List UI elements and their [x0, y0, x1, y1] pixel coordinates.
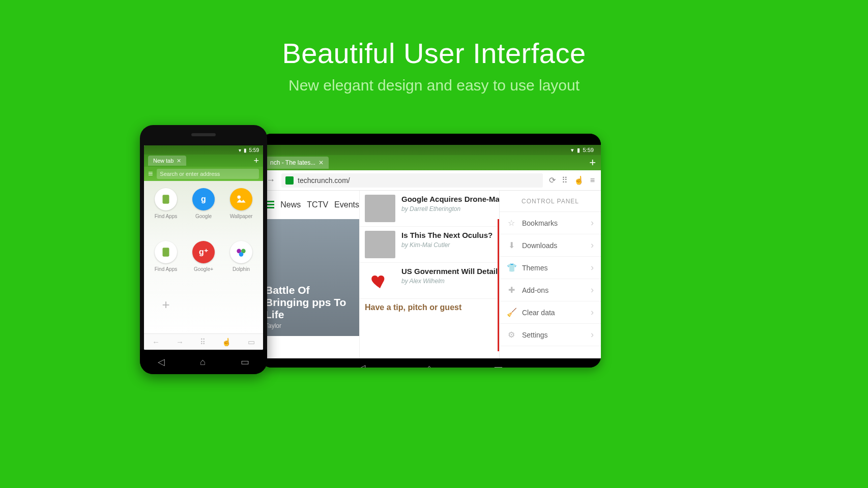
broom-icon: 🧹 [507, 308, 516, 317]
article-thumb [365, 195, 395, 222]
panel-item-label: Bookmarks [522, 219, 558, 227]
article-title: Is This The Next Oculus? [401, 231, 493, 240]
panel-item-downloads[interactable]: ⬇ Downloads › [500, 234, 601, 257]
android-navbar: ◁ ⌂ ▭ [140, 350, 267, 374]
nav-events[interactable]: Events [334, 200, 359, 209]
panel-item-label: Add-ons [522, 286, 548, 294]
tab-label: nch - The lates... [270, 159, 315, 166]
dial-find-apps-2[interactable]: Find Apps [155, 241, 177, 283]
dial-dolphin[interactable]: Dolphin [230, 241, 252, 283]
tablet-device: ▾ ▮ 5:59 nch - The lates... ✕ + → techcr… [260, 134, 601, 368]
phone-bottom-toolbar: ← → ⠿ ☝ ▭ [144, 333, 263, 350]
tab-label: New tab [153, 158, 173, 164]
panel-item-addons[interactable]: ✚ Add-ons › [500, 279, 601, 301]
dial-label: Find Apps [155, 266, 177, 272]
gear-icon: ⚙ [507, 330, 516, 340]
android-navbar: ◁ ⌂ ▭ [260, 358, 601, 368]
url-bar[interactable]: techcrunch.com/ [281, 173, 543, 188]
chevron-right-icon: › [591, 218, 594, 228]
control-panel: CONTROL PANEL ☆ Bookmarks › ⬇ Downloads … [499, 191, 601, 358]
svg-rect-2 [162, 248, 169, 256]
browser-tab[interactable]: New tab ✕ [148, 156, 186, 166]
dial-find-apps[interactable]: Find Apps [155, 188, 177, 230]
featured-byline: Taylor [265, 323, 354, 330]
puzzle-icon: ✚ [507, 286, 516, 295]
add-tab-button[interactable]: + [253, 156, 259, 166]
panel-item-label: Themes [522, 264, 548, 272]
tablet-tabbar: nch - The lates... ✕ + [260, 155, 601, 170]
panel-item-themes[interactable]: 👕 Themes › [500, 257, 601, 279]
recents-icon[interactable]: ▭ [241, 356, 249, 368]
browser-tab[interactable]: nch - The lates... ✕ [265, 157, 329, 169]
site-favicon [285, 176, 294, 185]
reload-icon[interactable]: ⟳ [549, 175, 556, 185]
battery-icon: ▮ [244, 147, 247, 153]
close-tab-icon[interactable]: ✕ [319, 159, 324, 166]
back-icon[interactable]: ← [152, 338, 160, 346]
article-thumb [365, 231, 395, 258]
search-input[interactable]: Search or enter address [157, 169, 259, 179]
dial-google[interactable]: g Google [192, 188, 215, 230]
recents-icon[interactable]: ▭ [494, 362, 503, 368]
search-placeholder: Search or enter address [160, 171, 220, 177]
nav-news[interactable]: News [280, 200, 301, 209]
control-panel-title: CONTROL PANEL [500, 191, 601, 212]
url-text: techcrunch.com/ [298, 176, 350, 185]
dial-label: Google [195, 214, 212, 219]
dial-label: Find Apps [155, 214, 177, 219]
featured-title: Battle Of Bringing pps To Life [265, 284, 354, 321]
star-icon: ☆ [507, 219, 516, 228]
article-byline: by Kim-Mai Cutler [401, 241, 493, 249]
close-tab-icon[interactable]: ✕ [177, 158, 181, 164]
featured-article[interactable]: Battle Of Bringing pps To Life Taylor [260, 219, 359, 336]
gesture-icon[interactable]: ☝ [222, 338, 232, 347]
dial-add[interactable]: + [155, 293, 177, 326]
clock: 5:59 [583, 147, 594, 153]
menu-icon[interactable]: ≡ [148, 169, 153, 178]
chevron-right-icon: › [591, 262, 594, 273]
phone-speaker [191, 133, 216, 136]
nav-tctv[interactable]: TCTV [307, 200, 328, 209]
menu-icon[interactable]: ≡ [590, 176, 595, 185]
home-icon[interactable]: ⌂ [200, 357, 206, 368]
panel-item-label: Downloads [522, 241, 557, 250]
dial-label: Google+ [194, 266, 213, 272]
tablet-toolbar: → techcrunch.com/ ⟳ ⠿ ☝ ≡ [260, 170, 601, 191]
back-icon[interactable]: ◁ [158, 356, 165, 368]
article-thumb [365, 267, 395, 294]
panel-item-settings[interactable]: ⚙ Settings › [500, 324, 601, 346]
dial-google-plus[interactable]: g⁺ Google+ [192, 241, 215, 283]
dial-label: Dolphin [233, 266, 250, 272]
chevron-right-icon: › [591, 307, 594, 318]
battery-icon: ▮ [577, 147, 580, 154]
hero-title: Beautiful User Interface [0, 37, 868, 70]
svg-rect-0 [162, 195, 169, 203]
tabs-icon[interactable]: ▭ [248, 338, 255, 347]
speed-dial-icon[interactable]: ⠿ [562, 175, 568, 185]
dial-label: Wallpaper [230, 214, 253, 219]
phone-device: ▾ ▮ 5:59 New tab ✕ + ≡ Search or enter a… [140, 125, 267, 374]
svg-point-5 [239, 252, 244, 257]
panel-item-bookmarks[interactable]: ☆ Bookmarks › [500, 212, 601, 234]
site-nav: News TCTV Events [260, 191, 359, 219]
svg-point-1 [237, 195, 241, 199]
tablet-page-content: News TCTV Events Battle Of Bringing pps … [260, 191, 601, 358]
gesture-icon[interactable]: ☝ [574, 175, 584, 185]
add-tab-button[interactable]: + [589, 157, 596, 168]
chevron-right-icon: › [591, 285, 594, 295]
back-icon[interactable]: ◁ [358, 362, 365, 368]
speed-dial-icon[interactable]: ⠿ [200, 338, 206, 347]
forward-icon[interactable]: → [176, 338, 184, 346]
dial-wallpaper[interactable]: Wallpaper [230, 188, 253, 230]
home-icon[interactable]: ⌂ [426, 362, 432, 368]
download-icon: ⬇ [507, 241, 516, 250]
phone-statusbar: ▾ ▮ 5:59 [144, 145, 263, 155]
clock: 5:59 [249, 147, 259, 153]
tablet-statusbar: ▾ ▮ 5:59 [260, 145, 601, 155]
chevron-right-icon: › [591, 329, 594, 340]
chevron-right-icon: › [591, 240, 594, 251]
panel-item-clear-data[interactable]: 🧹 Clear data › [500, 301, 601, 324]
nav-forward-icon[interactable]: → [266, 175, 275, 186]
panel-item-label: Clear data [522, 309, 555, 317]
hero-subtitle: New elegant design and easy to use layou… [0, 77, 868, 94]
